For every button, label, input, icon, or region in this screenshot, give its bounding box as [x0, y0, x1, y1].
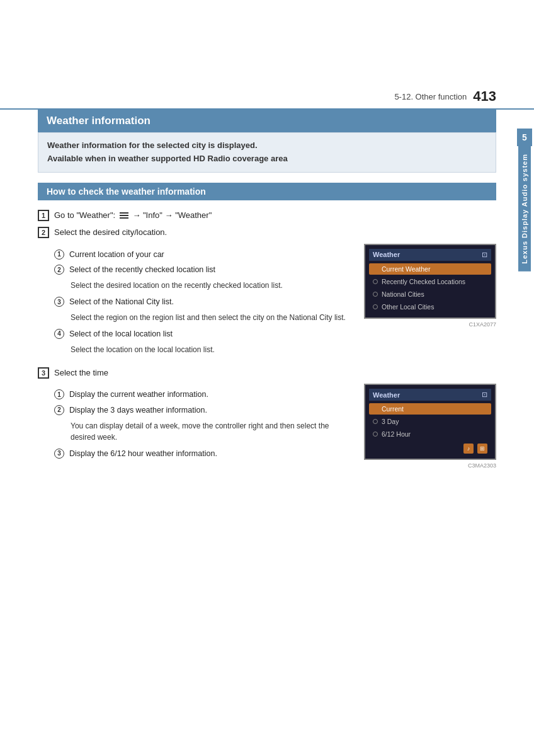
step-3-text: Select the time [54, 367, 496, 379]
menu-icon [120, 212, 128, 219]
sub-step-2-1-text: Current location of your car [69, 249, 354, 261]
sub-step-2-3-note: Select the region on the region list and… [71, 312, 354, 323]
screen1-container: Weather ⊡ Current Weather Recently Check… [364, 244, 496, 328]
screen1-caption: C1XA2077 [364, 321, 496, 328]
step-1: 1 Go to "Weather": → "Info" → "Weather" [38, 209, 496, 222]
sub-step-2-2: 2 Select of the recently checked locatio… [54, 264, 354, 276]
screen1-back-arrow: ⊡ [482, 251, 487, 259]
sub-step-3-3-text: Display the 6/12 hour weather informatio… [69, 448, 354, 460]
screen2-dot-1 [373, 406, 378, 411]
screen2-container: Weather ⊡ Current 3 Day 6/12 Hour [364, 384, 496, 469]
circle-badge-2-4: 4 [54, 329, 64, 339]
intro-line2: Available when in weather supported HD R… [47, 152, 487, 166]
screen2-item-2: 3 Day [369, 416, 491, 427]
circle-badge-2-3: 3 [54, 297, 64, 307]
sub-step-3-1-text: Display the current weather information. [69, 389, 354, 401]
circle-badge-2-2: 2 [54, 265, 64, 275]
page-number: 413 [473, 88, 496, 105]
steps-container: 1 Go to "Weather": → "Info" → "Weather" … [38, 209, 496, 469]
screen1-dot-3 [373, 292, 378, 297]
step-1-text: Go to "Weather": → "Info" → "Weather" [54, 209, 496, 222]
sidebar: 5 Lexus Display Audio system [515, 126, 534, 441]
sub-step-3-2-note: You can display detail of a week, move t… [71, 420, 354, 443]
main-content: Weather information Weather information … [0, 110, 534, 494]
screen1-dot-1 [373, 266, 378, 272]
screen2-back-arrow: ⊡ [482, 391, 487, 399]
intro-line1: Weather information for the selected cit… [47, 139, 487, 152]
sub-step-2-4: 4 Select of the local location list [54, 328, 354, 340]
sub-step-2-3: 3 Select of the National City list. [54, 296, 354, 308]
screen1-item-2: Recently Checked Locations [369, 276, 491, 287]
sub-step-3-3: 3 Display the 6/12 hour weather informat… [54, 448, 354, 460]
sub-step-2-1: 1 Current location of your car [54, 249, 354, 261]
sub-step-2-4-text: Select of the local location list [69, 328, 354, 340]
screen1-item-1: Current Weather [369, 263, 491, 275]
step-2-badge: 2 [38, 227, 49, 238]
sub-steps-2: 1 Current location of your car 2 Select … [54, 249, 354, 355]
screen1-title-bar: Weather ⊡ [369, 249, 491, 261]
screen2-title: Weather [373, 391, 400, 399]
step-3-left: 1 Display the current weather informatio… [38, 384, 354, 463]
step-2-left: 1 Current location of your car 2 Select … [38, 244, 354, 360]
screen2-dot-3 [373, 432, 378, 437]
step-2-content: 1 Current location of your car 2 Select … [38, 244, 496, 360]
sub-step-2-2-note: Select the desired location on the recen… [71, 280, 354, 291]
screen1-mockup: Weather ⊡ Current Weather Recently Check… [364, 244, 496, 319]
screen2-title-bar: Weather ⊡ [369, 389, 491, 401]
screen1-item-3: National Cities [369, 289, 491, 300]
section-title-bar: Weather information [38, 110, 496, 132]
screen1-item-4: Other Local Cities [369, 301, 491, 312]
screen1-dot-4 [373, 304, 378, 309]
info-box: Weather information for the selected cit… [38, 132, 496, 173]
section-title: Weather information [47, 115, 487, 127]
step-3-content: 1 Display the current weather informatio… [38, 384, 496, 469]
circle-badge-3-3: 3 [54, 449, 64, 459]
sub-step-2-3-text: Select of the National City list. [69, 296, 354, 308]
screen2-caption: C3MA2303 [364, 462, 496, 469]
step-1-badge: 1 [38, 210, 49, 221]
sub-section-bar: How to check the weather information [38, 183, 496, 200]
screen2-icon-2: ⊞ [477, 444, 487, 454]
screen2-dot-2 [373, 419, 378, 424]
screen2-bottom-bar: ♪ ⊞ [369, 441, 491, 455]
step-2: 2 Select the desired city/location. [38, 226, 496, 239]
sub-step-2-2-text: Select of the recently checked location … [69, 264, 354, 276]
circle-badge-2-1: 1 [54, 249, 64, 260]
screen2-item-3: 6/12 Hour [369, 428, 491, 440]
sub-step-3-1: 1 Display the current weather informatio… [54, 389, 354, 401]
step-3: 3 Select the time [38, 367, 496, 379]
screen1-dot-2 [373, 279, 378, 284]
step-2-text: Select the desired city/location. [54, 226, 496, 239]
sidebar-label: Lexus Display Audio system [518, 146, 531, 272]
sub-section-title: How to check the weather information [47, 186, 487, 197]
chapter-label: 5-12. Other function [394, 92, 467, 101]
screen2-icon-1: ♪ [463, 444, 474, 454]
sub-step-3-2: 2 Display the 3 days weather information… [54, 404, 354, 416]
circle-badge-3-1: 1 [54, 389, 64, 399]
sub-step-2-4-note: Select the location on the local locatio… [71, 344, 354, 355]
sidebar-number: 5 [517, 129, 532, 146]
page-header: 5-12. Other function 413 [0, 0, 534, 110]
screen1-title: Weather [373, 251, 400, 258]
screen2-mockup: Weather ⊡ Current 3 Day 6/12 Hour [364, 384, 496, 460]
sub-steps-3: 1 Display the current weather informatio… [54, 389, 354, 459]
circle-badge-3-2: 2 [54, 405, 64, 415]
sub-step-3-2-text: Display the 3 days weather information. [69, 404, 354, 416]
step-3-badge: 3 [38, 367, 49, 379]
screen2-item-1: Current [369, 403, 491, 415]
